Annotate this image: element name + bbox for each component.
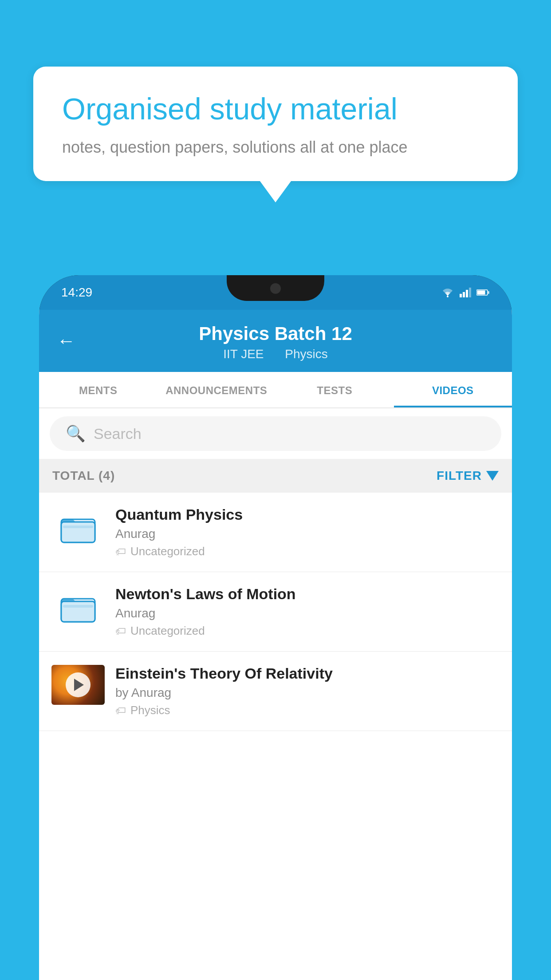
tag-icon: 🏷 bbox=[115, 704, 126, 717]
tab-tests[interactable]: TESTS bbox=[276, 372, 394, 407]
video-tag: 🏷 Uncategorized bbox=[115, 624, 500, 638]
svg-rect-13 bbox=[63, 605, 93, 608]
tag-icon: 🏷 bbox=[115, 625, 126, 637]
video-tag: 🏷 Uncategorized bbox=[115, 545, 500, 558]
tag-label: Physics bbox=[130, 703, 170, 717]
tag-label: Uncategorized bbox=[130, 624, 205, 638]
play-button[interactable] bbox=[66, 672, 91, 697]
subtitle-part2: Physics bbox=[285, 347, 327, 361]
filter-bar: TOTAL (4) FILTER bbox=[39, 459, 512, 493]
svg-rect-7 bbox=[488, 291, 489, 294]
tab-ments[interactable]: MENTS bbox=[39, 372, 157, 407]
svg-rect-12 bbox=[61, 601, 95, 622]
video-title: Newton's Laws of Motion bbox=[115, 585, 500, 603]
search-placeholder: Search bbox=[94, 425, 142, 443]
list-item[interactable]: Quantum Physics Anurag 🏷 Uncategorized bbox=[39, 493, 512, 572]
list-item[interactable]: Einstein's Theory Of Relativity by Anura… bbox=[39, 652, 512, 731]
folder-icon bbox=[59, 590, 97, 627]
tab-announcements[interactable]: ANNOUNCEMENTS bbox=[157, 372, 276, 407]
search-icon: 🔍 bbox=[66, 424, 86, 443]
filter-label: FILTER bbox=[437, 469, 482, 483]
filter-icon bbox=[486, 471, 499, 481]
video-author: Anurag bbox=[115, 527, 500, 541]
svg-rect-6 bbox=[477, 291, 485, 295]
play-triangle-icon bbox=[74, 679, 84, 691]
app-title: Physics Batch 12 bbox=[199, 323, 352, 344]
tag-icon: 🏷 bbox=[115, 545, 126, 558]
back-button[interactable]: ← bbox=[57, 330, 75, 352]
video-info: Einstein's Theory Of Relativity by Anura… bbox=[115, 665, 500, 717]
svg-point-0 bbox=[447, 296, 449, 297]
video-thumbnail bbox=[51, 665, 105, 705]
svg-rect-10 bbox=[63, 526, 93, 528]
video-author: Anurag bbox=[115, 606, 500, 620]
app-header: ← Physics Batch 12 IIT JEE Physics bbox=[39, 310, 512, 372]
folder-icon-container bbox=[51, 585, 105, 632]
status-time: 14:29 bbox=[61, 285, 92, 300]
svg-rect-4 bbox=[469, 288, 471, 297]
tag-label: Uncategorized bbox=[130, 545, 205, 558]
status-bar: 14:29 bbox=[39, 275, 512, 310]
video-author: by Anurag bbox=[115, 686, 500, 700]
camera-dot bbox=[270, 283, 281, 294]
phone-frame: 14:29 bbox=[39, 275, 512, 980]
app-subtitle: IIT JEE Physics bbox=[219, 347, 332, 361]
battery-icon bbox=[476, 289, 490, 296]
search-bar[interactable]: 🔍 Search bbox=[50, 416, 501, 451]
video-list: Quantum Physics Anurag 🏷 Uncategorized bbox=[39, 493, 512, 980]
folder-icon-container bbox=[51, 506, 105, 552]
svg-rect-1 bbox=[460, 294, 462, 297]
signal-icon bbox=[460, 288, 471, 297]
subtitle-part1: IIT JEE bbox=[223, 347, 264, 361]
video-tag: 🏷 Physics bbox=[115, 703, 500, 717]
bubble-title: Organised study material bbox=[62, 91, 489, 127]
phone-inner: ← Physics Batch 12 IIT JEE Physics MENTS… bbox=[39, 310, 512, 980]
video-info: Quantum Physics Anurag 🏷 Uncategorized bbox=[115, 506, 500, 558]
tab-videos[interactable]: VIDEOS bbox=[394, 372, 512, 407]
svg-rect-9 bbox=[61, 522, 95, 542]
total-count: TOTAL (4) bbox=[52, 469, 115, 483]
folder-icon bbox=[59, 510, 97, 548]
svg-rect-3 bbox=[466, 290, 468, 297]
speech-bubble: Organised study material notes, question… bbox=[33, 67, 518, 181]
list-item[interactable]: Newton's Laws of Motion Anurag 🏷 Uncateg… bbox=[39, 572, 512, 652]
search-container: 🔍 Search bbox=[39, 408, 512, 459]
video-title: Quantum Physics bbox=[115, 506, 500, 523]
tabs-bar: MENTS ANNOUNCEMENTS TESTS VIDEOS bbox=[39, 372, 512, 408]
thumbnail-bg bbox=[51, 665, 105, 705]
svg-rect-2 bbox=[463, 292, 465, 297]
bubble-subtitle: notes, question papers, solutions all at… bbox=[62, 138, 489, 157]
video-info: Newton's Laws of Motion Anurag 🏷 Uncateg… bbox=[115, 585, 500, 638]
video-title: Einstein's Theory Of Relativity bbox=[115, 665, 500, 682]
wifi-icon bbox=[441, 288, 454, 297]
status-icons bbox=[441, 288, 490, 297]
filter-button[interactable]: FILTER bbox=[437, 469, 499, 483]
